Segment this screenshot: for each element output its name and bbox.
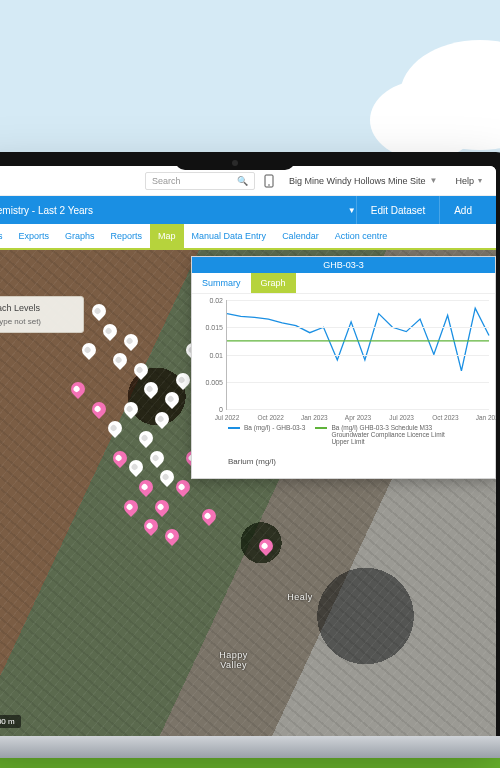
legend-title: Breach Levels (0, 303, 75, 313)
y-tick: 0.02 (197, 297, 223, 304)
popup-title: GHB-03-3 (192, 257, 495, 273)
legend-series-b: Ba (mg/l) GHB-03-3 Schedule M33 Groundwa… (331, 424, 455, 445)
map-pin[interactable] (79, 340, 99, 360)
x-tick: Oct 2022 (257, 414, 283, 421)
tab-calendar[interactable]: Calendar (274, 224, 327, 248)
map-pin[interactable] (173, 477, 193, 497)
search-input[interactable]: Search 🔍 (145, 172, 255, 190)
map-pin[interactable] (110, 448, 130, 468)
help-menu[interactable]: Help ▾ (449, 173, 488, 189)
search-placeholder: Search (152, 176, 181, 186)
legend-series-a: Ba (mg/l) - GHB-03-3 (244, 424, 305, 431)
map-pin[interactable] (131, 360, 151, 380)
map-pin[interactable] (110, 350, 130, 370)
add-label: Add (454, 205, 472, 216)
map-pin[interactable] (162, 526, 182, 546)
laptop-base (0, 736, 500, 758)
map-pin[interactable] (121, 399, 141, 419)
chart-legend: Ba (mg/l) - GHB-03-3 Ba (mg/l) GHB-03-3 … (198, 422, 489, 451)
tab-manual-data-entry[interactable]: Manual Data Entry (184, 224, 275, 248)
help-label: Help (455, 176, 474, 186)
map-pin[interactable] (256, 536, 276, 556)
chevron-down-icon: ▼ (430, 176, 438, 185)
map-pin[interactable] (126, 458, 146, 478)
map-pin[interactable] (100, 321, 120, 341)
tab-exports[interactable]: Exports (11, 224, 58, 248)
map-pin[interactable] (89, 301, 109, 321)
popup-tabs: Summary Graph (192, 273, 495, 294)
mobile-icon[interactable] (261, 173, 277, 189)
chevron-down-icon: ▼ (348, 206, 356, 215)
site-selector[interactable]: Big Mine Windy Hollows Mine Site ▼ (283, 173, 443, 189)
dataset-title: Chemistry - Last 2 Years (0, 205, 93, 216)
app-screen: Search 🔍 Big Mine Windy Hollows Mine Sit… (0, 166, 496, 738)
map-label-happy-valley: Happy Valley (219, 650, 248, 670)
site-selected-label: Big Mine Windy Hollows Mine Site (289, 176, 426, 186)
map-pin[interactable] (162, 389, 182, 409)
map-label-healy: Healy (287, 592, 313, 602)
view-tabs: blesExportsGraphsReportsMapManual Data E… (0, 224, 496, 250)
popup-tab-summary[interactable]: Summary (192, 273, 251, 293)
laptop-frame: Search 🔍 Big Mine Windy Hollows Mine Sit… (0, 152, 500, 738)
map-pin[interactable] (157, 467, 177, 487)
legend-row-label: type not set) (0, 317, 41, 326)
x-tick: Apr 2023 (345, 414, 371, 421)
x-tick: Oct 2023 (432, 414, 458, 421)
x-tick: Jan 2023 (301, 414, 328, 421)
edit-dataset-button[interactable]: Edit Dataset (356, 196, 439, 224)
search-icon: 🔍 (237, 176, 248, 186)
laptop-notch (175, 152, 295, 170)
add-button[interactable]: Add (439, 196, 486, 224)
map-pin[interactable] (121, 331, 141, 351)
edit-dataset-label: Edit Dataset (371, 205, 425, 216)
monitor-popup: GHB-03-3 Summary Graph 00.0050.010.0150.… (191, 256, 496, 479)
tab-bles[interactable]: bles (0, 224, 11, 248)
tab-map[interactable]: Map (150, 224, 184, 248)
map-pin[interactable] (136, 477, 156, 497)
x-tick: Jul 2022 (215, 414, 240, 421)
map-pin[interactable] (152, 497, 172, 517)
map-pin[interactable] (142, 379, 162, 399)
map-pin[interactable] (142, 516, 162, 536)
y-tick: 0.015 (197, 324, 223, 331)
map-pin[interactable] (136, 428, 156, 448)
map-pin[interactable] (147, 448, 167, 468)
x-tick: Jan 2024 (476, 414, 496, 421)
map-pin[interactable] (173, 370, 193, 390)
map-pin[interactable] (121, 497, 141, 517)
y-tick: 0.01 (197, 351, 223, 358)
legend-panel: Breach Levels type not set) (0, 296, 84, 333)
tab-reports[interactable]: Reports (103, 224, 151, 248)
tab-graphs[interactable]: Graphs (57, 224, 103, 248)
chart-plot-area: 00.0050.010.0150.02Jul 2022Oct 2022Jan 2… (226, 300, 489, 410)
chevron-down-icon: ▾ (478, 176, 482, 185)
y-tick: 0.005 (197, 378, 223, 385)
map-viewport[interactable]: Soldiers Healy Happy Valley Breach Level… (0, 250, 496, 738)
svg-point-1 (268, 184, 270, 186)
dataset-title-dropdown[interactable]: Chemistry - Last 2 Years ▼ (0, 205, 356, 216)
dataset-bar: Chemistry - Last 2 Years ▼ Edit Dataset … (0, 196, 496, 224)
top-header: Search 🔍 Big Mine Windy Hollows Mine Sit… (0, 166, 496, 196)
popup-tab-graph[interactable]: Graph (251, 273, 296, 293)
map-pin[interactable] (105, 419, 125, 439)
map-scale-bar: 1000 m (0, 715, 21, 728)
y-tick: 0 (197, 406, 223, 413)
map-pin[interactable] (89, 399, 109, 419)
tab-action-centre[interactable]: Action centre (327, 224, 396, 248)
x-tick: Jul 2023 (389, 414, 414, 421)
map-pin[interactable] (68, 379, 88, 399)
chart-axis-label: Barium (mg/l) (198, 451, 489, 476)
map-pin[interactable] (152, 409, 172, 429)
map-pin[interactable] (199, 506, 219, 526)
chart-series-line (227, 308, 489, 371)
